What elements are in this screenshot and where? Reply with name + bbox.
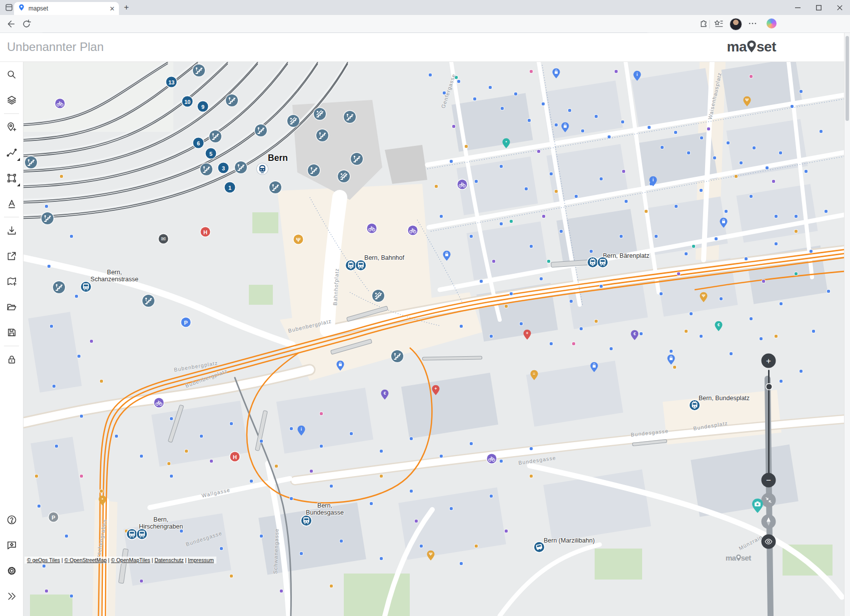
- camera-pin[interactable]: [751, 498, 764, 516]
- station-stairs-icon[interactable]: [25, 156, 37, 168]
- profile-avatar[interactable]: [730, 18, 742, 30]
- poi-pin[interactable]: •: [502, 138, 511, 149]
- poi-pin[interactable]: [442, 250, 451, 261]
- compass-button[interactable]: [762, 515, 776, 529]
- new-tab-button[interactable]: +: [124, 3, 129, 11]
- poi-pin[interactable]: +: [523, 329, 532, 340]
- sidebar-tool-feedback[interactable]: [0, 533, 23, 558]
- back-icon[interactable]: [5, 18, 16, 31]
- station-stairs-icon[interactable]: [269, 181, 281, 193]
- sidebar-tool-settings[interactable]: [0, 558, 23, 584]
- poi-circle[interactable]: [55, 99, 65, 108]
- poi-pin[interactable]: [719, 217, 728, 228]
- zoom-out-button[interactable]: −: [762, 473, 776, 488]
- poi-circle[interactable]: Ψ: [294, 235, 303, 244]
- station-stairs-icon[interactable]: [193, 64, 205, 76]
- poi-circle[interactable]: [154, 398, 164, 408]
- poi-pin[interactable]: +: [431, 385, 440, 396]
- sidebar-tool-draw-line[interactable]: [0, 140, 23, 165]
- poi-pin[interactable]: [552, 68, 561, 79]
- station-escalator-icon[interactable]: [314, 108, 326, 120]
- window-close-button[interactable]: [829, 0, 850, 15]
- poi-circle[interactable]: ✉: [159, 234, 168, 244]
- station-stairs-icon[interactable]: [235, 161, 247, 173]
- window-maximize-button[interactable]: [808, 0, 829, 15]
- poi-pin[interactable]: €: [630, 330, 639, 341]
- copilot-icon[interactable]: [767, 18, 777, 28]
- scrollbar-thumb[interactable]: [846, 36, 849, 121]
- stop-icon-bus[interactable]: [81, 282, 91, 292]
- station-stairs-icon[interactable]: [53, 281, 65, 293]
- browser-tab[interactable]: mapset ✕: [14, 2, 119, 15]
- visibility-button[interactable]: [762, 535, 776, 549]
- poi-pin[interactable]: Ψ: [743, 96, 752, 107]
- sidebar-tool-collapse[interactable]: [0, 584, 23, 609]
- poi-circle[interactable]: [367, 224, 377, 233]
- extensions-icon[interactable]: [699, 18, 709, 31]
- poi-circle[interactable]: H: [230, 452, 240, 462]
- poi-pin[interactable]: •: [98, 495, 107, 506]
- stop-icon-funi[interactable]: [534, 542, 544, 552]
- tab-workspaces-icon[interactable]: [5, 3, 13, 13]
- sidebar-tool-draw-polygon[interactable]: [0, 165, 23, 191]
- poi-pin[interactable]: i: [297, 425, 306, 436]
- station-escalator-icon[interactable]: [287, 115, 299, 127]
- more-menu-icon[interactable]: [748, 18, 758, 30]
- poi-circle[interactable]: [458, 180, 467, 189]
- attribution-link[interactable]: Datenschutz: [154, 557, 183, 563]
- station-stairs-icon[interactable]: [351, 153, 363, 165]
- platform-number[interactable]: 6: [193, 138, 204, 148]
- sidebar-tool-text-tool[interactable]: [0, 191, 23, 216]
- station-escalator-icon[interactable]: [372, 290, 384, 302]
- poi-circle[interactable]: P: [181, 318, 191, 327]
- sidebar-tool-open-plan[interactable]: [0, 294, 23, 320]
- poi-pin[interactable]: ≡: [530, 370, 539, 381]
- attribution-link[interactable]: Impressum: [188, 557, 214, 563]
- poi-circle[interactable]: P: [49, 513, 58, 522]
- sidebar-tool-help[interactable]: [0, 507, 23, 533]
- poi-pin[interactable]: Ψ: [699, 292, 708, 303]
- poi-pin[interactable]: [561, 122, 570, 133]
- station-escalator-icon[interactable]: [338, 170, 350, 182]
- stop-icon-tram[interactable]: [690, 400, 700, 410]
- poi-pin[interactable]: €: [714, 321, 723, 332]
- zoom-slider-handle[interactable]: [766, 384, 772, 390]
- train-station-icon[interactable]: [257, 163, 268, 174]
- sidebar-tool-share[interactable]: [0, 243, 23, 269]
- window-minimize-button[interactable]: [787, 0, 808, 15]
- platform-number[interactable]: 3: [218, 163, 229, 173]
- sidebar-tool-search[interactable]: [0, 62, 23, 87]
- poi-circle[interactable]: H: [201, 227, 210, 237]
- sidebar-tool-download[interactable]: [0, 218, 23, 243]
- sidebar-tool-lock[interactable]: [0, 347, 23, 372]
- station-stairs-icon[interactable]: [226, 94, 238, 106]
- station-stairs-icon[interactable]: [41, 212, 53, 224]
- attribution-link[interactable]: © OpenMapTiles: [111, 557, 150, 563]
- plan-title-input[interactable]: Unbenannter Plan: [7, 40, 103, 54]
- station-stairs-icon[interactable]: [308, 164, 320, 176]
- station-stairs-icon[interactable]: [344, 111, 356, 123]
- station-stairs-icon[interactable]: [316, 129, 328, 141]
- attribution-link[interactable]: © geOps Tiles: [27, 557, 60, 563]
- poi-pin[interactable]: [336, 360, 345, 371]
- stop-icon-bus[interactable]: [598, 257, 608, 267]
- favorites-bar-icon[interactable]: [714, 18, 724, 31]
- poi-pin[interactable]: Ψ: [426, 550, 435, 561]
- refresh-icon[interactable]: [21, 18, 32, 31]
- station-stairs-icon[interactable]: [255, 124, 267, 136]
- stop-icon-bus[interactable]: [127, 529, 137, 539]
- poi-pin[interactable]: [667, 354, 676, 365]
- stop-icon-bus[interactable]: [301, 516, 311, 526]
- station-stairs-icon[interactable]: [391, 350, 403, 362]
- zoom-in-button[interactable]: +: [762, 354, 776, 368]
- sidebar-tool-add-map[interactable]: [0, 269, 23, 294]
- poi-circle[interactable]: [487, 454, 497, 464]
- platform-number[interactable]: 9: [198, 101, 208, 112]
- poi-circle[interactable]: [408, 226, 418, 235]
- poi-pin[interactable]: €: [380, 389, 389, 400]
- platform-number[interactable]: 13: [166, 77, 177, 87]
- stop-icon-tram[interactable]: [346, 260, 356, 270]
- map-canvas[interactable]: GenfergasseWaisenhausplatzBahnhofplatzBu…: [23, 62, 844, 616]
- poi-pin[interactable]: i: [649, 176, 658, 187]
- station-stairs-icon[interactable]: [142, 295, 154, 307]
